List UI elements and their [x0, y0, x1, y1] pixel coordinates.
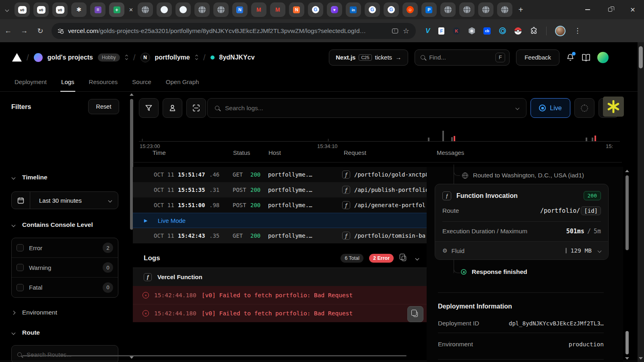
histogram-error-bar[interactable]: [454, 136, 455, 141]
tab-search-icon[interactable]: [5, 8, 9, 12]
tab-source[interactable]: Source: [132, 72, 151, 91]
user-filter-button[interactable]: [163, 98, 182, 118]
tab-google-sheets-active[interactable]: +: [109, 2, 124, 17]
tab-orange-n[interactable]: N: [289, 2, 304, 17]
filter-option-warning[interactable]: Warning 0: [12, 258, 118, 278]
col-header-request[interactable]: Request: [344, 149, 366, 156]
col-header-time[interactable]: Time: [153, 149, 166, 156]
environment-section-header[interactable]: Environment: [12, 309, 57, 316]
tab-heart[interactable]: ♥: [327, 2, 342, 17]
rings-extension-icon[interactable]: [499, 27, 506, 34]
user-avatar[interactable]: [597, 52, 609, 63]
chevron-down-icon[interactable]: [516, 106, 520, 110]
col-header-host[interactable]: Host: [268, 149, 281, 156]
chevron-down-icon[interactable]: [598, 249, 602, 253]
tab-globe[interactable]: [440, 2, 456, 17]
back-button[interactable]: ←: [0, 27, 16, 35]
k-extension-icon[interactable]: K: [453, 27, 460, 35]
filter-button[interactable]: [139, 98, 159, 118]
histogram-bar[interactable]: [442, 131, 444, 141]
tab-globe[interactable]: [478, 2, 493, 17]
copy-logs-icon[interactable]: [402, 256, 406, 261]
route-search-input[interactable]: [27, 351, 112, 358]
window-scrollbar[interactable]: [638, 42, 644, 362]
timeline-section-header[interactable]: Timeline: [12, 174, 47, 181]
tab-gmail[interactable]: M: [270, 2, 285, 17]
site-settings-icon[interactable]: [58, 29, 63, 33]
error-log-entry[interactable]: ✕ 15:42:44.180 [v0] Failed to fetch port…: [133, 286, 427, 304]
tab-chatgpt[interactable]: ✱: [71, 2, 87, 17]
breadcrumb-deployment[interactable]: 8ydNJKYcv: [219, 54, 255, 61]
scroll-up-arrow[interactable]: [625, 170, 629, 172]
tab-v0[interactable]: v0: [14, 2, 30, 17]
collapse-logs-icon[interactable]: [415, 256, 419, 260]
url-text[interactable]: vercel.com/golds-projects-e25a3201/portf…: [68, 27, 387, 35]
tab-close-icon[interactable]: ✕: [129, 7, 133, 13]
tab-google[interactable]: G: [308, 2, 323, 17]
histogram-bar[interactable]: [586, 138, 587, 141]
close-window-button[interactable]: ✕: [621, 0, 644, 19]
scan-view-button[interactable]: [186, 98, 206, 118]
console-level-section-header[interactable]: Contains Console Level: [12, 221, 93, 228]
col-header-messages[interactable]: Messages: [437, 149, 464, 156]
find-search[interactable]: F: [415, 49, 510, 66]
notifications-button[interactable]: [566, 53, 575, 62]
feedback-button[interactable]: Feedback: [516, 49, 559, 66]
hexagon-extension-icon[interactable]: [469, 27, 475, 35]
tab-globe[interactable]: [213, 2, 229, 17]
scroll-down-arrow[interactable]: [625, 357, 629, 360]
doc-f-extension-icon[interactable]: F: [438, 27, 444, 35]
team-switcher-icon[interactable]: [125, 55, 128, 60]
refresh-loading-button[interactable]: [574, 98, 594, 118]
histogram-bar[interactable]: [592, 138, 593, 141]
vercel-function-row[interactable]: ƒ Vercel Function: [133, 268, 427, 286]
docs-book-icon[interactable]: [581, 53, 591, 62]
restore-button[interactable]: [599, 0, 621, 19]
reset-filters-button[interactable]: Reset: [88, 99, 119, 114]
tab-github[interactable]: [157, 2, 172, 17]
extensions-puzzle-icon[interactable]: [530, 27, 538, 35]
histogram-bar[interactable]: [451, 137, 453, 141]
team-avatar[interactable]: [34, 53, 43, 62]
coinbase-extension-icon[interactable]: cb: [483, 27, 491, 35]
copy-error-button[interactable]: [407, 306, 423, 322]
tab-v0[interactable]: v0: [52, 2, 68, 17]
tab-reddit[interactable]: ☺: [402, 2, 418, 17]
detail-panel-scrollbar[interactable]: [625, 168, 630, 362]
tab-google[interactable]: G: [384, 2, 399, 17]
breadcrumb-project[interactable]: portfollyme: [155, 54, 190, 61]
tab-github[interactable]: [175, 2, 191, 17]
col-header-status[interactable]: Status: [233, 149, 250, 156]
filter-option-fatal[interactable]: Fatal 0: [12, 278, 118, 297]
warning-checkbox[interactable]: [17, 264, 24, 271]
route-search[interactable]: [11, 345, 118, 362]
address-bar[interactable]: vercel.com/golds-projects-e25a3201/portf…: [52, 23, 416, 39]
tab-open-graph[interactable]: Open Graph: [166, 72, 199, 91]
tab-google-forms[interactable]: ≡: [90, 2, 105, 17]
histogram-bar[interactable]: [428, 138, 429, 141]
project-logo[interactable]: N: [140, 53, 150, 62]
browser-menu-icon[interactable]: ⋮: [574, 27, 581, 35]
route-section-header[interactable]: Route: [12, 329, 40, 336]
vercel-logo[interactable]: [12, 53, 22, 62]
deployment-id-value[interactable]: dpl_8ydNJKYcvBJEkcEzJMf2TL3…: [509, 320, 604, 327]
install-app-icon[interactable]: [392, 29, 398, 33]
tab-globe[interactable]: [138, 2, 153, 17]
tab-paypal[interactable]: P: [421, 2, 437, 17]
error-checkbox[interactable]: [17, 244, 24, 251]
forward-button[interactable]: →: [16, 27, 32, 35]
tab-google[interactable]: G: [365, 2, 380, 17]
tab-v0[interactable]: v0: [33, 2, 49, 17]
reload-button[interactable]: ↻: [32, 27, 48, 35]
tab-globe[interactable]: [194, 2, 210, 17]
tab-globe[interactable]: [497, 2, 512, 17]
scrollbar-thumb[interactable]: [625, 331, 629, 354]
timeline-range-select[interactable]: Last 30 minutes: [11, 191, 118, 209]
log-search-input[interactable]: [225, 105, 510, 112]
tab-deployment[interactable]: Deployment: [14, 72, 47, 91]
pokeball-extension-icon[interactable]: [514, 27, 522, 35]
horizontal-scrollbar-thumb[interactable]: [22, 355, 407, 356]
project-switcher-icon[interactable]: [195, 55, 198, 60]
histogram-error-bar[interactable]: [594, 136, 596, 141]
scroll-up-arrow[interactable]: [130, 93, 134, 96]
